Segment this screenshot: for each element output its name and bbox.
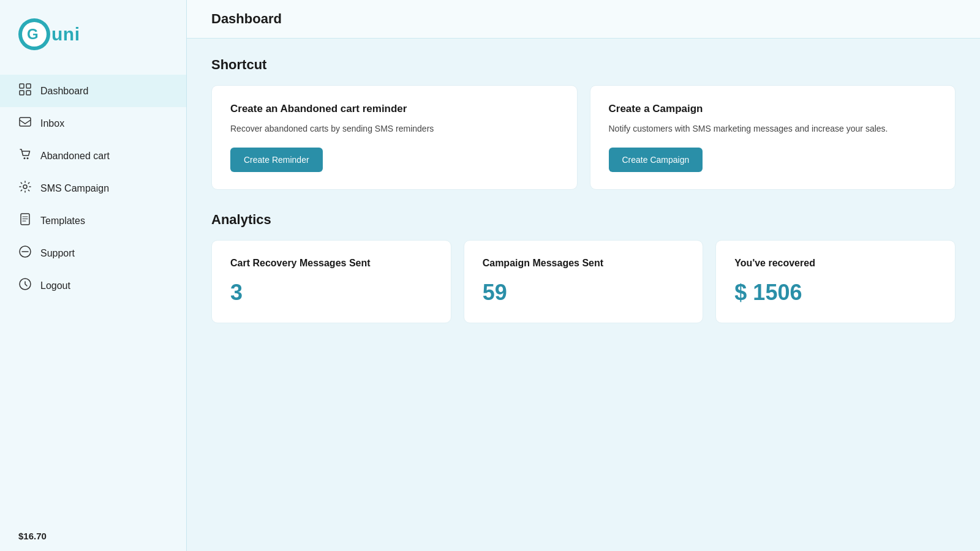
analytics-cart-recovery-label: Cart Recovery Messages Sent	[230, 258, 432, 269]
cart-icon	[18, 148, 32, 163]
shortcut-section: Shortcut Create an Abandoned cart remind…	[211, 57, 956, 190]
support-icon	[18, 246, 32, 261]
analytics-recovered-label: You've recovered	[734, 258, 937, 269]
svg-text:G: G	[27, 26, 39, 42]
sidebar-item-abandoned-cart-label: Abandoned cart	[40, 151, 110, 162]
analytics-section-title: Analytics	[211, 212, 956, 228]
logo-text: uni	[51, 24, 80, 45]
sidebar-item-logout[interactable]: Logout	[0, 269, 186, 302]
shortcut-section-title: Shortcut	[211, 57, 956, 73]
svg-rect-7	[20, 118, 31, 126]
shortcut-cards: Create an Abandoned cart reminder Recove…	[211, 85, 956, 190]
main-content: Dashboard Shortcut Create an Abandoned c…	[187, 0, 980, 551]
logo-area: G uni	[0, 0, 186, 62]
svg-point-8	[24, 157, 26, 159]
svg-rect-3	[20, 84, 24, 88]
inbox-icon	[18, 116, 32, 131]
sidebar-item-sms-campaign[interactable]: SMS Campaign	[0, 172, 186, 204]
content-area: Shortcut Create an Abandoned cart remind…	[187, 39, 980, 551]
sidebar-item-sms-campaign-label: SMS Campaign	[40, 183, 109, 194]
analytics-campaign-messages-label: Campaign Messages Sent	[483, 258, 685, 269]
create-campaign-button[interactable]: Create Campaign	[609, 148, 703, 172]
analytics-recovered-value: $ 1506	[734, 280, 937, 305]
analytics-card-cart-recovery: Cart Recovery Messages Sent 3	[211, 240, 451, 323]
page-header: Dashboard	[187, 0, 980, 39]
grid-icon	[18, 83, 32, 99]
sidebar: G uni Dashboard	[0, 0, 187, 551]
sidebar-item-support-label: Support	[40, 248, 75, 259]
sidebar-item-templates[interactable]: Templates	[0, 204, 186, 237]
svg-rect-6	[26, 91, 31, 95]
sidebar-item-logout-label: Logout	[40, 280, 70, 291]
plan-badge: $16.70	[0, 521, 186, 551]
shortcut-card-abandoned-cart-desc: Recover abandoned carts by sending SMS r…	[230, 122, 559, 135]
create-reminder-button[interactable]: Create Reminder	[230, 148, 323, 172]
sidebar-item-inbox-label: Inbox	[40, 118, 64, 129]
logo-icon: G	[18, 18, 50, 50]
analytics-cards: Cart Recovery Messages Sent 3 Campaign M…	[211, 240, 956, 323]
analytics-cart-recovery-value: 3	[230, 280, 432, 305]
svg-point-9	[27, 157, 29, 159]
gear-icon	[18, 181, 32, 196]
sidebar-item-abandoned-cart[interactable]: Abandoned cart	[0, 140, 186, 172]
shortcut-card-campaign-title: Create a Campaign	[609, 103, 937, 115]
analytics-card-recovered: You've recovered $ 1506	[715, 240, 956, 323]
sidebar-item-support[interactable]: Support	[0, 237, 186, 269]
nav-menu: Dashboard Inbox Abandoned cart	[0, 62, 186, 521]
analytics-campaign-messages-value: 59	[483, 280, 685, 305]
shortcut-card-abandoned-cart: Create an Abandoned cart reminder Recove…	[211, 85, 578, 190]
sidebar-item-inbox[interactable]: Inbox	[0, 107, 186, 140]
logout-icon	[18, 278, 32, 293]
analytics-section: Analytics Cart Recovery Messages Sent 3 …	[211, 212, 956, 323]
svg-point-10	[23, 185, 27, 189]
svg-rect-4	[26, 84, 31, 88]
analytics-card-campaign-messages: Campaign Messages Sent 59	[464, 240, 704, 323]
sidebar-item-dashboard-label: Dashboard	[40, 86, 88, 97]
shortcut-card-abandoned-cart-title: Create an Abandoned cart reminder	[230, 103, 559, 115]
svg-rect-5	[20, 91, 24, 95]
doc-icon	[18, 213, 32, 228]
shortcut-card-campaign-desc: Notify customers with SMS marketing mess…	[609, 122, 937, 135]
page-title: Dashboard	[211, 11, 956, 27]
sidebar-item-dashboard[interactable]: Dashboard	[0, 75, 186, 107]
shortcut-card-campaign: Create a Campaign Notify customers with …	[590, 85, 956, 190]
sidebar-item-templates-label: Templates	[40, 216, 85, 227]
